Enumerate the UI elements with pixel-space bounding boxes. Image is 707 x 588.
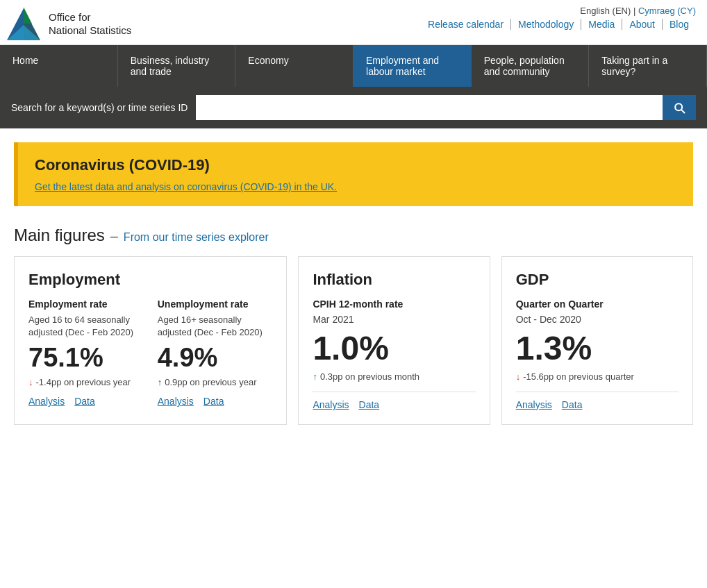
unemployment-rate-analysis-link[interactable]: Analysis	[158, 396, 194, 407]
gdp-change-arrow: ↓	[516, 371, 521, 382]
main-figures-header: Main figures – From our time series expl…	[0, 206, 707, 256]
employment-rate-value: 75.1%	[28, 343, 144, 373]
covid-title: Coronavirus (COVID-19)	[35, 156, 676, 174]
inflation-divider	[313, 392, 475, 392]
search-input[interactable]	[196, 95, 663, 120]
methodology-link[interactable]: Methodology	[511, 19, 581, 30]
gdp-value: 1.3%	[516, 329, 679, 367]
gdp-card: GDP Quarter on Quarter Oct - Dec 2020 1.…	[501, 256, 693, 425]
employment-rate-analysis-link[interactable]: Analysis	[28, 396, 65, 407]
employment-rate-data-link[interactable]: Data	[74, 396, 95, 407]
inflation-links: Analysis Data	[313, 399, 475, 410]
top-header: Office for National Statistics English (…	[0, 0, 707, 45]
gdp-change: ↓ -15.6pp on previous quarter	[516, 371, 679, 382]
inflation-data-link[interactable]: Data	[359, 399, 380, 410]
gdp-change-text: -15.6pp on previous quarter	[523, 371, 634, 382]
inflation-stat-label: CPIH 12-month rate	[313, 299, 475, 310]
language-row: English (EN) | Cymraeg (CY)	[580, 6, 696, 16]
employment-rate-col: Employment rate Aged 16 to 64 seasonally…	[28, 299, 144, 407]
search-label: Search for a keyword(s) or time series I…	[11, 102, 188, 113]
main-figures-separator: –	[110, 228, 118, 244]
search-button[interactable]	[663, 95, 696, 120]
lang-current: English (EN)	[580, 6, 631, 16]
employment-rate-label: Employment rate	[28, 299, 144, 310]
employment-rate-links: Analysis Data	[28, 396, 144, 407]
unemployment-rate-change-text: 0.9pp on previous year	[165, 377, 256, 387]
inflation-period: Mar 2021	[313, 314, 475, 325]
covid-banner: Coronavirus (COVID-19) Get the latest da…	[14, 142, 693, 206]
unemployment-rate-change: ↑ 0.9pp on previous year	[158, 377, 273, 387]
employment-grid: Employment rate Aged 16 to 64 seasonally…	[28, 299, 272, 407]
lang-alt-link[interactable]: Cymraeg (CY)	[638, 6, 696, 16]
nav-employment[interactable]: Employment and labour market	[354, 45, 472, 87]
media-link[interactable]: Media	[581, 19, 622, 30]
inflation-value: 1.0%	[313, 329, 475, 367]
inflation-card: Inflation CPIH 12-month rate Mar 2021 1.…	[298, 256, 490, 425]
unemployment-rate-sublabel: Aged 16+ seasonally adjusted (Dec - Feb …	[158, 314, 273, 339]
top-links-row: Release calendar Methodology Media About…	[421, 19, 696, 30]
inflation-analysis-link[interactable]: Analysis	[313, 399, 349, 410]
nav-people[interactable]: People, population and community	[472, 45, 590, 87]
time-series-explorer-link[interactable]: From our time series explorer	[124, 231, 269, 244]
employment-rate-arrow: ↓	[28, 377, 33, 387]
about-link[interactable]: About	[622, 19, 663, 30]
employment-rate-change-text: -1.4pp on previous year	[36, 377, 131, 387]
unemployment-rate-label: Unemployment rate	[158, 299, 273, 310]
blog-link[interactable]: Blog	[663, 19, 696, 30]
employment-rate-sublabel: Aged 16 to 64 seasonally adjusted (Dec -…	[28, 314, 144, 339]
inflation-change-text: 0.3pp on previous month	[320, 371, 419, 382]
nav-business[interactable]: Business, industry and trade	[118, 45, 236, 87]
gdp-stat-label: Quarter on Quarter	[516, 299, 679, 310]
search-input-wrap	[196, 95, 696, 120]
unemployment-rate-arrow: ↑	[158, 377, 163, 387]
cards-row: Employment Employment rate Aged 16 to 64…	[0, 256, 707, 446]
main-figures-heading: Main figures	[14, 226, 105, 245]
gdp-card-title: GDP	[516, 271, 679, 289]
search-bar: Search for a keyword(s) or time series I…	[0, 87, 707, 128]
gdp-data-link[interactable]: Data	[562, 399, 583, 410]
main-nav: Home Business, industry and trade Econom…	[0, 45, 707, 87]
release-calendar-link[interactable]: Release calendar	[421, 19, 511, 30]
employment-card-title: Employment	[28, 271, 272, 289]
logo-text: Office for National Statistics	[49, 10, 131, 37]
unemployment-rate-data-link[interactable]: Data	[203, 396, 224, 407]
top-right-area: English (EN) | Cymraeg (CY) Release cale…	[421, 6, 696, 30]
unemployment-rate-value: 4.9%	[158, 343, 273, 373]
inflation-change: ↑ 0.3pp on previous month	[313, 371, 475, 382]
search-icon	[672, 101, 686, 115]
ons-logo-icon	[6, 6, 42, 42]
inflation-change-arrow: ↑	[313, 371, 317, 382]
unemployment-rate-col: Unemployment rate Aged 16+ seasonally ad…	[158, 299, 273, 407]
covid-link[interactable]: Get the latest data and analysis on coro…	[35, 181, 337, 192]
nav-home[interactable]: Home	[0, 45, 118, 87]
gdp-analysis-link[interactable]: Analysis	[516, 399, 552, 410]
gdp-links: Analysis Data	[516, 399, 679, 410]
gdp-divider	[516, 392, 679, 392]
lang-separator: |	[633, 6, 635, 16]
gdp-period: Oct - Dec 2020	[516, 314, 679, 325]
unemployment-rate-links: Analysis Data	[158, 396, 273, 407]
logo-area: Office for National Statistics	[6, 6, 131, 42]
nav-economy[interactable]: Economy	[235, 45, 354, 87]
employment-card: Employment Employment rate Aged 16 to 64…	[14, 256, 287, 425]
employment-rate-change: ↓ -1.4pp on previous year	[28, 377, 144, 387]
inflation-card-title: Inflation	[313, 271, 475, 289]
nav-survey[interactable]: Taking part in a survey?	[589, 45, 707, 87]
